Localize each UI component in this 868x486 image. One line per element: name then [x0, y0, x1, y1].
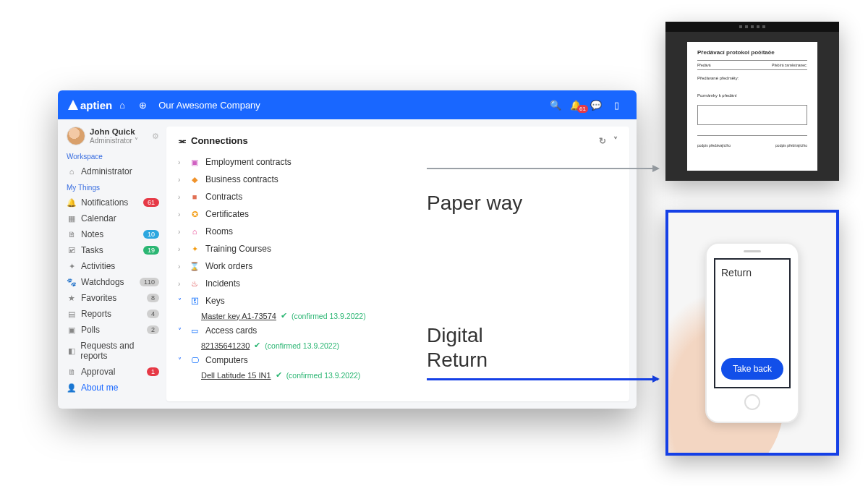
top-bar: aptien ⌂ ⊕ Our Awesome Company 🔍 🔔61 💬 ▯: [58, 90, 637, 119]
sidebar-item-notes[interactable]: 🗎Notes10: [67, 226, 159, 242]
connection-label: Computers: [205, 355, 248, 365]
paper-title: Předávací protokol počítače: [697, 49, 807, 56]
connection-computers[interactable]: ˅🖵Computers: [178, 351, 618, 369]
paper-sheet: Předávací protokol počítače PředáváPřebí…: [687, 42, 817, 171]
sidebar-icon: 🔔: [67, 198, 77, 208]
connection-icon: ◆: [190, 175, 200, 184]
sidebar-item-requests-and-reports[interactable]: ◧Requests and reports: [67, 338, 159, 364]
chevron-right-icon: ›: [178, 210, 184, 218]
sidebar-badge: 10: [143, 230, 159, 239]
connection-access-cards[interactable]: ˅▭Access cards: [178, 322, 618, 339]
user-name: John Quick: [90, 127, 138, 137]
connection-icon: ⌛: [190, 262, 200, 271]
panel-header: ⫘ Connections ↻ ˅: [178, 135, 618, 146]
connection-label: Training Courses: [205, 244, 271, 254]
chevron-down-icon: ˅: [178, 327, 184, 335]
home-icon[interactable]: ⌂: [112, 100, 132, 111]
take-back-button[interactable]: Take back: [721, 358, 783, 380]
connection-icon: ▭: [190, 326, 200, 336]
sub-item-link[interactable]: Dell Latitude 15 IN1: [201, 371, 271, 380]
connection-business-contracts[interactable]: ›◆Business contracts: [178, 171, 618, 188]
sidebar-item-activities[interactable]: ✦Activities: [67, 258, 159, 274]
sidebar-badge: 61: [143, 198, 159, 207]
phone-home-button[interactable]: [744, 394, 760, 410]
arrow-paper: [427, 168, 658, 169]
sub-item-link[interactable]: 82135641230: [201, 341, 250, 350]
sidebar-label: Activities: [81, 261, 115, 271]
brand-logo[interactable]: aptien: [68, 99, 112, 111]
connection-certificates[interactable]: ›✪Certificates: [178, 205, 618, 223]
connection-label: Incidents: [205, 278, 240, 289]
connection-work-orders[interactable]: ›⌛Work orders: [178, 257, 618, 275]
sidebar-item-administrator[interactable]: ⌂Administrator: [67, 163, 159, 179]
annotation-digital-2: Return: [427, 349, 488, 372]
sidebar-label: Tasks: [81, 245, 103, 255]
gear-icon[interactable]: ⚙: [152, 132, 159, 141]
sidebar-icon: ◧: [67, 346, 76, 356]
sidebar-section-mythings: My Things: [67, 184, 159, 192]
sub-item-link[interactable]: Master key A1-73574: [201, 312, 276, 320]
connection-label: Work orders: [205, 261, 252, 271]
sidebar-label: Notes: [81, 229, 103, 239]
check-icon: ✔: [254, 341, 260, 350]
chevron-right-icon: ›: [178, 280, 184, 288]
sidebar-label: Notifications: [81, 197, 128, 208]
connection-sub-item[interactable]: Master key A1-73574 ✔ (confirmed 13.9.20…: [201, 310, 618, 322]
connection-rooms[interactable]: ›⌂Rooms: [178, 223, 618, 240]
check-icon: ✔: [281, 311, 287, 320]
chevron-right-icon: ›: [178, 263, 184, 270]
connection-icon: ⚿: [190, 297, 200, 305]
confirm-text: (confirmed 13.9.2022): [292, 312, 366, 320]
user-block[interactable]: John Quick Administrator ˅ ⚙: [67, 127, 159, 145]
connection-keys[interactable]: ˅⚿Keys: [178, 292, 618, 310]
sidebar-icon: 🗎: [67, 367, 77, 376]
sidebar-badge: 8: [147, 294, 159, 302]
confirm-text: (confirmed 13.9.2022): [286, 371, 361, 380]
sidebar-item-favorites[interactable]: ★Favorites8: [67, 290, 159, 306]
connection-incidents[interactable]: ›♨Incidents: [178, 275, 618, 292]
sidebar-item-watchdogs[interactable]: 🐾Watchdogs110: [67, 274, 159, 290]
panel-title: Connections: [191, 135, 248, 146]
search-icon[interactable]: 🔍: [545, 100, 566, 111]
sidebar-item-notifications[interactable]: 🔔Notifications61: [67, 195, 159, 210]
chevron-down-icon[interactable]: ˅: [613, 136, 618, 146]
brand-text: aptien: [80, 99, 112, 111]
sidebar-item-approval[interactable]: 🗎Approval1: [67, 364, 159, 380]
chevron-right-icon: ›: [178, 245, 184, 253]
device-icon[interactable]: ▯: [606, 100, 626, 111]
connection-training-courses[interactable]: ›✦Training Courses: [178, 240, 618, 257]
sidebar-icon: ▣: [67, 325, 77, 335]
chat-icon[interactable]: 💬: [586, 100, 606, 111]
sidebar-item-about-me[interactable]: 👤About me: [67, 380, 159, 396]
logo-mark-icon: [68, 100, 78, 110]
chevron-down-icon: ˅: [178, 357, 184, 364]
sidebar-badge: 4: [147, 310, 159, 318]
chevron-right-icon: ›: [178, 228, 184, 236]
bell-badge: 61: [577, 105, 588, 113]
sidebar-item-polls[interactable]: ▣Polls2: [67, 322, 159, 338]
sidebar-icon: ✦: [67, 262, 77, 271]
sidebar-icon: ▤: [67, 310, 77, 319]
add-icon[interactable]: ⊕: [132, 100, 153, 111]
sidebar-item-reports[interactable]: ▤Reports4: [67, 306, 159, 322]
sidebar-item-calendar[interactable]: ▦Calendar: [67, 210, 159, 226]
phone-preview: Return Take back: [665, 210, 839, 456]
connection-label: Contracts: [205, 192, 242, 202]
bell-icon[interactable]: 🔔61: [566, 100, 586, 111]
connection-label: Business contracts: [205, 174, 278, 184]
sidebar-label: Approval: [81, 367, 115, 377]
connection-icon: ⌂: [190, 227, 200, 236]
connection-contracts[interactable]: ›■Contracts: [178, 188, 618, 205]
refresh-icon[interactable]: ↻: [599, 136, 606, 146]
connection-icon: ♨: [190, 279, 200, 289]
sidebar-item-tasks[interactable]: 🗹Tasks19: [67, 242, 159, 258]
sidebar-badge: 19: [143, 246, 159, 255]
connection-icon: ▣: [190, 158, 200, 167]
sidebar-icon: 🗎: [67, 230, 77, 239]
connection-label: Rooms: [205, 226, 233, 236]
user-role: Administrator ˅: [90, 137, 138, 145]
company-name[interactable]: Our Awesome Company: [158, 100, 260, 111]
chevron-right-icon: ›: [178, 176, 184, 184]
connection-sub-item[interactable]: 82135641230 ✔ (confirmed 13.9.2022): [201, 339, 618, 351]
sidebar-icon: 🗹: [67, 246, 77, 255]
